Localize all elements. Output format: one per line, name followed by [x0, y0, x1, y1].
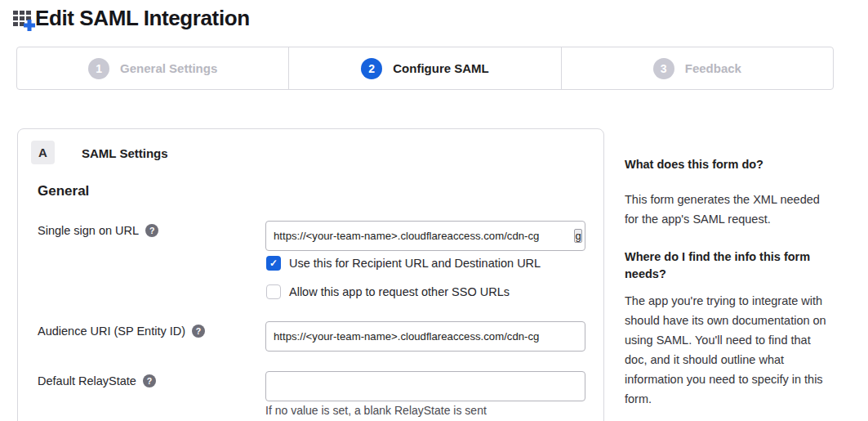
sso-url-input-wrap: g — [265, 221, 585, 251]
sso-url-label-text: Single sign on URL — [38, 224, 139, 237]
help-icon[interactable]: ? — [143, 374, 156, 387]
audience-uri-label: Audience URI (SP Entity ID) ? — [38, 325, 205, 338]
app-grid-plus-icon — [13, 8, 35, 31]
step-label: General Settings — [120, 61, 217, 75]
help-icon[interactable]: ? — [192, 325, 205, 338]
sso-url-input[interactable] — [265, 221, 585, 251]
edit-saml-integration-page: Edit SAML Integration 1 General Settings… — [0, 0, 868, 421]
text-cursor: g — [574, 229, 582, 243]
step-feedback[interactable]: 3 Feedback — [561, 47, 833, 89]
relaystate-input[interactable] — [265, 371, 585, 401]
audience-uri-input[interactable] — [265, 321, 585, 352]
sso-url-label: Single sign on URL ? — [38, 224, 158, 237]
step-number-badge: 1 — [88, 58, 109, 79]
step-number-badge: 3 — [653, 58, 674, 79]
sidebar-heading-where: Where do I find the info this form needs… — [625, 249, 831, 283]
relaystate-label: Default RelayState ? — [38, 374, 156, 387]
recipient-url-checkbox-row[interactable]: ✓ Use this for Recipient URL and Destina… — [266, 256, 541, 271]
checkbox-checked-icon[interactable]: ✓ — [266, 256, 281, 271]
sidebar-paragraph-what: This form generates the XML needed for t… — [625, 190, 831, 229]
step-number-badge: 2 — [361, 58, 382, 79]
step-label: Feedback — [685, 61, 741, 75]
other-sso-urls-checkbox-label: Allow this app to request other SSO URLs — [289, 285, 510, 298]
sidebar-heading-what: What does this form do? — [625, 156, 831, 173]
general-section-title: General — [38, 183, 89, 199]
page-header: Edit SAML Integration — [13, 5, 250, 31]
sidebar-paragraph-where: The app you're trying to integrate with … — [625, 291, 831, 409]
other-sso-urls-checkbox-row[interactable]: Allow this app to request other SSO URLs — [266, 284, 510, 299]
section-a-badge: A — [31, 141, 55, 164]
relaystate-helper-text: If no value is set, a blank RelayState i… — [265, 404, 487, 417]
recipient-url-checkbox-label: Use this for Recipient URL and Destinati… — [289, 257, 541, 270]
step-label: Configure SAML — [393, 61, 489, 75]
panel-title: SAML Settings — [82, 146, 168, 160]
help-sidebar: What does this form do? This form genera… — [625, 156, 831, 409]
relaystate-label-text: Default RelayState — [38, 374, 136, 387]
saml-settings-panel: A SAML Settings General Single sign on U… — [17, 128, 604, 421]
step-configure-saml[interactable]: 2 Configure SAML — [288, 47, 560, 89]
checkbox-unchecked-icon[interactable] — [266, 284, 281, 299]
wizard-stepper: 1 General Settings 2 Configure SAML 3 Fe… — [16, 47, 834, 90]
page-title: Edit SAML Integration — [35, 5, 250, 31]
audience-uri-label-text: Audience URI (SP Entity ID) — [38, 325, 185, 338]
help-icon[interactable]: ? — [145, 224, 158, 237]
step-general-settings[interactable]: 1 General Settings — [17, 47, 288, 89]
